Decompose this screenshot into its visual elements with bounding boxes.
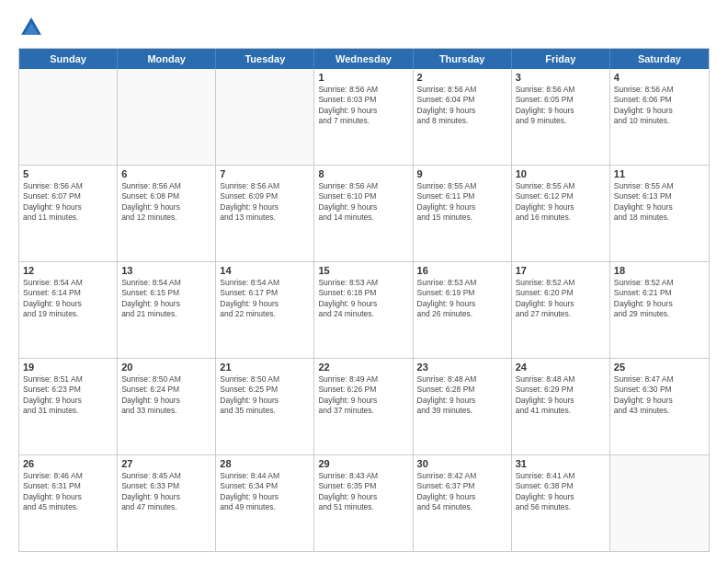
day-content: Sunrise: 8:55 AM Sunset: 6:13 PM Dayligh… <box>614 181 705 224</box>
calendar-cell: 31Sunrise: 8:41 AM Sunset: 6:38 PM Dayli… <box>512 455 610 551</box>
calendar-row: 19Sunrise: 8:51 AM Sunset: 6:23 PM Dayli… <box>19 358 709 454</box>
calendar-cell <box>216 69 314 165</box>
day-content: Sunrise: 8:49 AM Sunset: 6:26 PM Dayligh… <box>318 374 408 417</box>
calendar-body: 1Sunrise: 8:56 AM Sunset: 6:03 PM Daylig… <box>19 69 709 551</box>
day-number: 10 <box>516 168 606 179</box>
day-content: Sunrise: 8:50 AM Sunset: 6:25 PM Dayligh… <box>220 374 310 417</box>
calendar-row: 1Sunrise: 8:56 AM Sunset: 6:03 PM Daylig… <box>19 69 709 165</box>
calendar-cell: 6Sunrise: 8:56 AM Sunset: 6:08 PM Daylig… <box>118 166 216 261</box>
day-content: Sunrise: 8:53 AM Sunset: 6:18 PM Dayligh… <box>318 278 408 320</box>
day-number: 23 <box>417 362 507 373</box>
day-number: 21 <box>220 362 310 373</box>
day-number: 16 <box>417 265 507 276</box>
calendar-cell: 29Sunrise: 8:43 AM Sunset: 6:35 PM Dayli… <box>314 455 413 551</box>
day-number: 27 <box>121 458 211 469</box>
day-number: 11 <box>614 168 705 179</box>
calendar-cell: 14Sunrise: 8:54 AM Sunset: 6:17 PM Dayli… <box>216 262 314 358</box>
day-content: Sunrise: 8:56 AM Sunset: 6:07 PM Dayligh… <box>23 181 113 224</box>
calendar-cell <box>19 69 118 165</box>
day-content: Sunrise: 8:44 AM Sunset: 6:34 PM Dayligh… <box>220 471 310 513</box>
calendar-cell: 5Sunrise: 8:56 AM Sunset: 6:07 PM Daylig… <box>19 166 118 261</box>
day-content: Sunrise: 8:56 AM Sunset: 6:08 PM Dayligh… <box>121 181 211 224</box>
day-content: Sunrise: 8:56 AM Sunset: 6:06 PM Dayligh… <box>614 85 705 127</box>
day-number: 12 <box>23 265 113 276</box>
day-number: 1 <box>318 72 408 83</box>
calendar-header-day: Sunday <box>19 49 118 69</box>
day-content: Sunrise: 8:55 AM Sunset: 6:11 PM Dayligh… <box>417 181 507 224</box>
calendar-cell: 8Sunrise: 8:56 AM Sunset: 6:10 PM Daylig… <box>314 166 413 261</box>
calendar-cell: 30Sunrise: 8:42 AM Sunset: 6:37 PM Dayli… <box>414 455 512 551</box>
day-content: Sunrise: 8:55 AM Sunset: 6:12 PM Dayligh… <box>516 181 606 224</box>
day-content: Sunrise: 8:50 AM Sunset: 6:24 PM Dayligh… <box>121 374 211 417</box>
day-content: Sunrise: 8:52 AM Sunset: 6:20 PM Dayligh… <box>516 278 606 320</box>
calendar-cell: 4Sunrise: 8:56 AM Sunset: 6:06 PM Daylig… <box>610 69 709 165</box>
calendar-cell: 26Sunrise: 8:46 AM Sunset: 6:31 PM Dayli… <box>19 455 118 551</box>
calendar-header-day: Saturday <box>610 49 709 69</box>
logo-icon <box>18 15 44 40</box>
day-number: 29 <box>318 458 408 469</box>
calendar-cell: 19Sunrise: 8:51 AM Sunset: 6:23 PM Dayli… <box>19 359 118 454</box>
calendar-cell: 13Sunrise: 8:54 AM Sunset: 6:15 PM Dayli… <box>118 262 216 358</box>
calendar-cell: 17Sunrise: 8:52 AM Sunset: 6:20 PM Dayli… <box>512 262 610 358</box>
calendar-header-day: Monday <box>118 49 216 69</box>
day-content: Sunrise: 8:54 AM Sunset: 6:17 PM Dayligh… <box>220 278 310 320</box>
day-content: Sunrise: 8:52 AM Sunset: 6:21 PM Dayligh… <box>614 278 705 320</box>
calendar-cell: 2Sunrise: 8:56 AM Sunset: 6:04 PM Daylig… <box>414 69 512 165</box>
day-content: Sunrise: 8:48 AM Sunset: 6:29 PM Dayligh… <box>516 374 606 417</box>
calendar-cell: 15Sunrise: 8:53 AM Sunset: 6:18 PM Dayli… <box>314 262 413 358</box>
calendar-cell: 9Sunrise: 8:55 AM Sunset: 6:11 PM Daylig… <box>414 166 512 261</box>
day-number: 7 <box>220 168 310 179</box>
calendar-cell: 11Sunrise: 8:55 AM Sunset: 6:13 PM Dayli… <box>610 166 709 261</box>
day-content: Sunrise: 8:43 AM Sunset: 6:35 PM Dayligh… <box>318 471 408 513</box>
day-number: 19 <box>23 362 113 373</box>
day-number: 26 <box>23 458 113 469</box>
day-number: 17 <box>516 265 606 276</box>
calendar-cell: 27Sunrise: 8:45 AM Sunset: 6:33 PM Dayli… <box>118 455 216 551</box>
day-number: 25 <box>614 362 705 373</box>
day-number: 18 <box>614 265 705 276</box>
calendar-cell: 20Sunrise: 8:50 AM Sunset: 6:24 PM Dayli… <box>118 359 216 454</box>
calendar-cell: 24Sunrise: 8:48 AM Sunset: 6:29 PM Dayli… <box>512 359 610 454</box>
day-number: 31 <box>516 458 606 469</box>
day-number: 30 <box>417 458 507 469</box>
calendar-header-day: Thursday <box>414 49 512 69</box>
day-content: Sunrise: 8:56 AM Sunset: 6:05 PM Dayligh… <box>516 85 606 127</box>
day-content: Sunrise: 8:41 AM Sunset: 6:38 PM Dayligh… <box>516 471 606 513</box>
day-number: 9 <box>417 168 507 179</box>
calendar: SundayMondayTuesdayWednesdayThursdayFrid… <box>18 48 710 552</box>
day-content: Sunrise: 8:45 AM Sunset: 6:33 PM Dayligh… <box>121 471 211 513</box>
day-number: 4 <box>614 72 705 83</box>
calendar-cell: 28Sunrise: 8:44 AM Sunset: 6:34 PM Dayli… <box>216 455 314 551</box>
calendar-cell: 3Sunrise: 8:56 AM Sunset: 6:05 PM Daylig… <box>512 69 610 165</box>
day-number: 13 <box>121 265 211 276</box>
calendar-cell: 1Sunrise: 8:56 AM Sunset: 6:03 PM Daylig… <box>314 69 413 165</box>
calendar-row: 26Sunrise: 8:46 AM Sunset: 6:31 PM Dayli… <box>19 454 709 551</box>
day-content: Sunrise: 8:42 AM Sunset: 6:37 PM Dayligh… <box>417 471 507 513</box>
calendar-cell: 10Sunrise: 8:55 AM Sunset: 6:12 PM Dayli… <box>512 166 610 261</box>
calendar-cell: 25Sunrise: 8:47 AM Sunset: 6:30 PM Dayli… <box>610 359 709 454</box>
calendar-cell <box>118 69 216 165</box>
day-content: Sunrise: 8:56 AM Sunset: 6:04 PM Dayligh… <box>417 85 507 127</box>
day-content: Sunrise: 8:56 AM Sunset: 6:03 PM Dayligh… <box>318 85 408 127</box>
calendar-header: SundayMondayTuesdayWednesdayThursdayFrid… <box>19 49 709 69</box>
calendar-cell: 21Sunrise: 8:50 AM Sunset: 6:25 PM Dayli… <box>216 359 314 454</box>
day-content: Sunrise: 8:54 AM Sunset: 6:14 PM Dayligh… <box>23 278 113 320</box>
day-number: 8 <box>318 168 408 179</box>
day-number: 15 <box>318 265 408 276</box>
logo <box>18 15 48 40</box>
page: SundayMondayTuesdayWednesdayThursdayFrid… <box>0 0 728 563</box>
calendar-cell <box>610 455 709 551</box>
calendar-cell: 12Sunrise: 8:54 AM Sunset: 6:14 PM Dayli… <box>19 262 118 358</box>
day-content: Sunrise: 8:48 AM Sunset: 6:28 PM Dayligh… <box>417 374 507 417</box>
calendar-cell: 18Sunrise: 8:52 AM Sunset: 6:21 PM Dayli… <box>610 262 709 358</box>
calendar-cell: 23Sunrise: 8:48 AM Sunset: 6:28 PM Dayli… <box>414 359 512 454</box>
day-number: 22 <box>318 362 408 373</box>
calendar-cell: 16Sunrise: 8:53 AM Sunset: 6:19 PM Dayli… <box>414 262 512 358</box>
day-number: 6 <box>121 168 211 179</box>
day-number: 28 <box>220 458 310 469</box>
calendar-cell: 22Sunrise: 8:49 AM Sunset: 6:26 PM Dayli… <box>314 359 413 454</box>
day-content: Sunrise: 8:53 AM Sunset: 6:19 PM Dayligh… <box>417 278 507 320</box>
day-content: Sunrise: 8:51 AM Sunset: 6:23 PM Dayligh… <box>23 374 113 417</box>
day-number: 3 <box>516 72 606 83</box>
day-number: 14 <box>220 265 310 276</box>
